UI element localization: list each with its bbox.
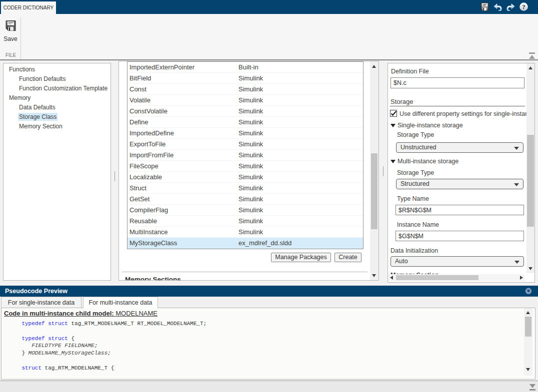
svg-text:?: ? — [522, 3, 526, 10]
